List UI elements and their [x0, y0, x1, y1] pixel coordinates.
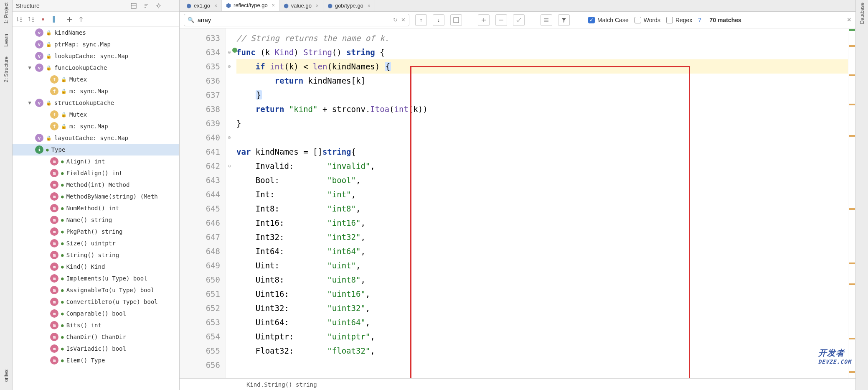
gutter-run-icon[interactable] [232, 48, 237, 53]
add-selection-icon[interactable] [478, 14, 490, 26]
collapse-all-icon[interactable] [76, 15, 86, 24]
tree-item[interactable]: m●NumMethod() int [13, 202, 179, 214]
filter-results-icon[interactable] [558, 14, 570, 26]
list-results-icon[interactable] [541, 14, 552, 26]
lock-icon: 🔒 [61, 77, 67, 82]
close-tab-icon[interactable]: × [214, 3, 217, 9]
select-all-icon[interactable] [450, 14, 462, 26]
next-match-icon[interactable]: ↓ [433, 14, 444, 26]
tab-ex1-go[interactable]: ⬢ex1.go× [182, 0, 222, 11]
tab-value-go[interactable]: ⬢value.go× [279, 0, 323, 11]
hide-icon[interactable]: — [167, 1, 176, 10]
view-mode-icon[interactable] [129, 1, 138, 10]
tree-item[interactable]: v🔒ptrMap: sync.Map [13, 38, 179, 50]
rail-item-favorites[interactable]: orites [3, 370, 9, 382]
tree-item[interactable]: m●Bits() int [13, 319, 179, 331]
rail-item-learn[interactable]: Learn [3, 34, 9, 47]
prev-match-icon[interactable]: ↑ [415, 14, 427, 26]
sort-kind-icon[interactable] [27, 15, 36, 24]
kind-badge: m [50, 286, 58, 294]
tab-reflect-type-go[interactable]: ⬢reflect/type.go× [222, 0, 279, 11]
kind-badge: f [50, 87, 58, 95]
remove-selection-icon[interactable] [495, 14, 507, 26]
kind-badge: m [50, 274, 58, 283]
public-icon: ● [61, 229, 64, 235]
tree-item[interactable]: m●MethodByName(string) (Meth [13, 191, 179, 202]
search-history-icon[interactable]: ↻ [393, 17, 398, 23]
kind-badge: m [50, 169, 58, 177]
tree-item[interactable]: m●Comparable() bool [13, 308, 179, 319]
filter-fields-icon[interactable]: ● [38, 15, 48, 24]
rail-item-database[interactable]: Database [859, 3, 865, 24]
tree-item[interactable]: v🔒lookupCache: sync.Map [13, 50, 179, 62]
tree-item[interactable]: m●ChanDir() ChanDir [13, 331, 179, 343]
public-icon: ● [61, 194, 64, 199]
close-tab-icon[interactable]: × [368, 3, 371, 9]
tree-item[interactable]: f🔒Mutex [13, 74, 179, 85]
code-area[interactable]: // String returns the name of k.func (k … [233, 28, 848, 378]
tree-twist-icon[interactable]: ▼ [27, 65, 33, 71]
tree-item[interactable]: m●Align() int [13, 155, 179, 167]
tree-item-label: AssignableTo(u Type) bool [66, 287, 155, 293]
tree-item[interactable]: m●Name() string [13, 214, 179, 226]
tree-item[interactable]: m●Method(int) Method [13, 179, 179, 191]
sort-icon[interactable] [142, 1, 151, 10]
tree-item-label: Size() uintptr [66, 240, 116, 247]
gear-icon[interactable] [154, 1, 163, 10]
tree-item[interactable]: m●ConvertibleTo(u Type) bool [13, 296, 179, 308]
tree-item[interactable]: m●Kind() Kind [13, 261, 179, 273]
lock-icon: 🔒 [61, 112, 67, 117]
kind-badge: i [35, 145, 43, 154]
close-icon[interactable]: × [847, 15, 851, 24]
tree-twist-icon[interactable]: ▼ [27, 100, 33, 106]
close-tab-icon[interactable]: × [272, 3, 275, 8]
findbar-help[interactable]: ? [698, 17, 701, 23]
lock-icon: 🔒 [61, 89, 67, 94]
tab-gob-type-go[interactable]: ⬢gob/type.go× [323, 0, 375, 11]
kind-badge: m [50, 263, 58, 271]
public-icon: ● [61, 159, 64, 164]
tree-item[interactable]: v🔒kindNames [13, 27, 179, 38]
structure-tree[interactable]: v🔒kindNamesv🔒ptrMap: sync.Mapv🔒lookupCac… [13, 27, 179, 390]
tree-item[interactable]: m●Size() uintptr [13, 237, 179, 249]
tree-item[interactable]: m●AssignableTo(u Type) bool [13, 284, 179, 296]
sort-alpha-icon[interactable] [15, 15, 24, 24]
tree-item-label: Bits() int [66, 322, 102, 329]
line-gutter[interactable]: 6336346356366376386396406416426436446456… [180, 28, 226, 378]
tree-item[interactable]: ▼v🔒funcLookupCache [13, 62, 179, 74]
expand-all-icon[interactable] [65, 15, 74, 24]
rail-item-structure[interactable]: 2: Structure [3, 56, 9, 82]
editor-tabs: ⬢ex1.go×⬢reflect/type.go×⬢value.go×⬢gob/… [180, 0, 855, 12]
tree-item[interactable]: m●IsVariadic() bool [13, 343, 179, 354]
go-file-icon: ⬢ [284, 3, 289, 9]
filter-folder-icon[interactable]: ▌ [50, 15, 59, 24]
code-editor[interactable]: 6336346356366376386396406416426436446456… [180, 28, 855, 378]
words-check[interactable]: Words [635, 17, 660, 23]
tree-item[interactable]: f🔒m: sync.Map [13, 85, 179, 97]
regex-check[interactable]: Regex [666, 17, 692, 23]
tree-item[interactable]: m●Implements(u Type) bool [13, 273, 179, 284]
search-box[interactable]: 🔍 ↻ ✕ [184, 14, 409, 26]
tree-item[interactable]: m●FieldAlign() int [13, 167, 179, 179]
tree-item[interactable]: m●PkgPath() string [13, 226, 179, 237]
tree-item[interactable]: i●Type [13, 144, 179, 155]
fold-column[interactable]: ⊖⊖⊖⊖ [226, 28, 233, 378]
tree-item[interactable]: m●Elem() Type [13, 354, 179, 366]
rail-item-project[interactable]: 1: Project [3, 3, 9, 24]
public-icon: ● [61, 206, 64, 211]
search-clear-icon[interactable]: ✕ [401, 17, 406, 23]
tree-item[interactable]: f🔒Mutex [13, 109, 179, 120]
tree-item[interactable]: f🔒m: sync.Map [13, 120, 179, 132]
tree-item[interactable]: v🔒layoutCache: sync.Map [13, 132, 179, 144]
tree-item[interactable]: m●String() string [13, 249, 179, 261]
kind-badge: f [50, 122, 58, 130]
tree-item[interactable]: ▼v🔒structLookupCache [13, 97, 179, 109]
match-case-check[interactable]: ✓Match Case [588, 17, 629, 23]
marker-strip[interactable] [848, 28, 855, 378]
tree-item-label: ptrMap: sync.Map [54, 41, 111, 48]
search-input[interactable] [198, 17, 390, 23]
breadcrumb[interactable]: Kind.String() string [180, 378, 855, 390]
mark-all-icon[interactable] [513, 14, 525, 26]
kind-badge: v [35, 52, 43, 60]
close-tab-icon[interactable]: × [316, 3, 319, 9]
